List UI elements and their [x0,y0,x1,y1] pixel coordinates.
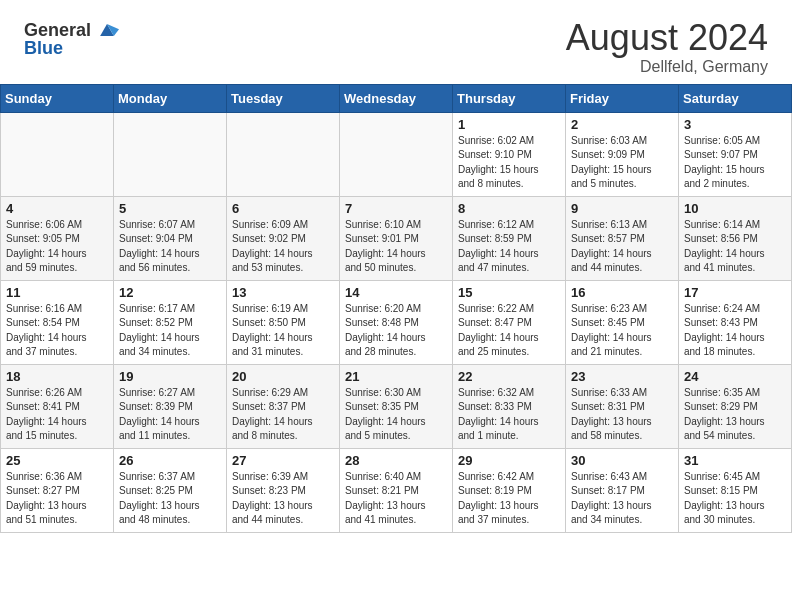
day-info: Sunrise: 6:32 AM Sunset: 8:33 PM Dayligh… [458,386,560,444]
day-info: Sunrise: 6:26 AM Sunset: 8:41 PM Dayligh… [6,386,108,444]
day-number: 9 [571,201,673,216]
calendar-cell: 9Sunrise: 6:13 AM Sunset: 8:57 PM Daylig… [566,196,679,280]
day-number: 16 [571,285,673,300]
calendar-cell: 27Sunrise: 6:39 AM Sunset: 8:23 PM Dayli… [227,448,340,532]
title-block: August 2024 Dellfeld, Germany [566,18,768,76]
day-number: 31 [684,453,786,468]
calendar-cell: 28Sunrise: 6:40 AM Sunset: 8:21 PM Dayli… [340,448,453,532]
calendar-cell: 13Sunrise: 6:19 AM Sunset: 8:50 PM Dayli… [227,280,340,364]
day-number: 5 [119,201,221,216]
day-number: 11 [6,285,108,300]
col-sunday: Sunday [1,84,114,112]
calendar-week-5: 25Sunrise: 6:36 AM Sunset: 8:27 PM Dayli… [1,448,792,532]
day-number: 14 [345,285,447,300]
day-number: 21 [345,369,447,384]
col-tuesday: Tuesday [227,84,340,112]
day-info: Sunrise: 6:03 AM Sunset: 9:09 PM Dayligh… [571,134,673,192]
day-info: Sunrise: 6:20 AM Sunset: 8:48 PM Dayligh… [345,302,447,360]
day-info: Sunrise: 6:36 AM Sunset: 8:27 PM Dayligh… [6,470,108,528]
calendar-cell: 23Sunrise: 6:33 AM Sunset: 8:31 PM Dayli… [566,364,679,448]
day-info: Sunrise: 6:35 AM Sunset: 8:29 PM Dayligh… [684,386,786,444]
calendar-cell [340,112,453,196]
day-info: Sunrise: 6:09 AM Sunset: 9:02 PM Dayligh… [232,218,334,276]
calendar-cell: 2Sunrise: 6:03 AM Sunset: 9:09 PM Daylig… [566,112,679,196]
calendar-cell: 5Sunrise: 6:07 AM Sunset: 9:04 PM Daylig… [114,196,227,280]
col-friday: Friday [566,84,679,112]
calendar-cell: 25Sunrise: 6:36 AM Sunset: 8:27 PM Dayli… [1,448,114,532]
calendar-cell: 17Sunrise: 6:24 AM Sunset: 8:43 PM Dayli… [679,280,792,364]
day-number: 24 [684,369,786,384]
location: Dellfeld, Germany [566,58,768,76]
day-number: 7 [345,201,447,216]
day-number: 1 [458,117,560,132]
day-info: Sunrise: 6:22 AM Sunset: 8:47 PM Dayligh… [458,302,560,360]
day-info: Sunrise: 6:10 AM Sunset: 9:01 PM Dayligh… [345,218,447,276]
calendar-week-1: 1Sunrise: 6:02 AM Sunset: 9:10 PM Daylig… [1,112,792,196]
page-header: General Blue August 2024 Dellfeld, Germa… [0,0,792,84]
day-number: 3 [684,117,786,132]
day-number: 28 [345,453,447,468]
calendar-cell: 11Sunrise: 6:16 AM Sunset: 8:54 PM Dayli… [1,280,114,364]
calendar-cell: 22Sunrise: 6:32 AM Sunset: 8:33 PM Dayli… [453,364,566,448]
day-info: Sunrise: 6:40 AM Sunset: 8:21 PM Dayligh… [345,470,447,528]
col-monday: Monday [114,84,227,112]
day-number: 2 [571,117,673,132]
day-info: Sunrise: 6:45 AM Sunset: 8:15 PM Dayligh… [684,470,786,528]
calendar-cell: 20Sunrise: 6:29 AM Sunset: 8:37 PM Dayli… [227,364,340,448]
day-info: Sunrise: 6:12 AM Sunset: 8:59 PM Dayligh… [458,218,560,276]
calendar-cell: 31Sunrise: 6:45 AM Sunset: 8:15 PM Dayli… [679,448,792,532]
day-number: 20 [232,369,334,384]
day-number: 25 [6,453,108,468]
calendar-cell: 24Sunrise: 6:35 AM Sunset: 8:29 PM Dayli… [679,364,792,448]
calendar-cell [114,112,227,196]
calendar-cell: 16Sunrise: 6:23 AM Sunset: 8:45 PM Dayli… [566,280,679,364]
day-number: 27 [232,453,334,468]
day-number: 29 [458,453,560,468]
day-number: 23 [571,369,673,384]
logo-blue: Blue [24,38,63,59]
day-info: Sunrise: 6:29 AM Sunset: 8:37 PM Dayligh… [232,386,334,444]
day-info: Sunrise: 6:05 AM Sunset: 9:07 PM Dayligh… [684,134,786,192]
col-thursday: Thursday [453,84,566,112]
day-number: 4 [6,201,108,216]
calendar-week-3: 11Sunrise: 6:16 AM Sunset: 8:54 PM Dayli… [1,280,792,364]
calendar-table: Sunday Monday Tuesday Wednesday Thursday… [0,84,792,533]
calendar-header-row: Sunday Monday Tuesday Wednesday Thursday… [1,84,792,112]
day-number: 17 [684,285,786,300]
calendar-cell: 21Sunrise: 6:30 AM Sunset: 8:35 PM Dayli… [340,364,453,448]
logo-icon [95,18,119,42]
day-info: Sunrise: 6:37 AM Sunset: 8:25 PM Dayligh… [119,470,221,528]
day-number: 12 [119,285,221,300]
day-info: Sunrise: 6:39 AM Sunset: 8:23 PM Dayligh… [232,470,334,528]
day-info: Sunrise: 6:23 AM Sunset: 8:45 PM Dayligh… [571,302,673,360]
day-info: Sunrise: 6:07 AM Sunset: 9:04 PM Dayligh… [119,218,221,276]
calendar-cell: 15Sunrise: 6:22 AM Sunset: 8:47 PM Dayli… [453,280,566,364]
day-info: Sunrise: 6:43 AM Sunset: 8:17 PM Dayligh… [571,470,673,528]
day-info: Sunrise: 6:30 AM Sunset: 8:35 PM Dayligh… [345,386,447,444]
day-info: Sunrise: 6:13 AM Sunset: 8:57 PM Dayligh… [571,218,673,276]
day-number: 8 [458,201,560,216]
calendar-cell: 8Sunrise: 6:12 AM Sunset: 8:59 PM Daylig… [453,196,566,280]
calendar-cell: 7Sunrise: 6:10 AM Sunset: 9:01 PM Daylig… [340,196,453,280]
day-number: 30 [571,453,673,468]
col-wednesday: Wednesday [340,84,453,112]
calendar-week-2: 4Sunrise: 6:06 AM Sunset: 9:05 PM Daylig… [1,196,792,280]
day-info: Sunrise: 6:24 AM Sunset: 8:43 PM Dayligh… [684,302,786,360]
day-info: Sunrise: 6:02 AM Sunset: 9:10 PM Dayligh… [458,134,560,192]
day-number: 15 [458,285,560,300]
day-number: 19 [119,369,221,384]
calendar-cell: 30Sunrise: 6:43 AM Sunset: 8:17 PM Dayli… [566,448,679,532]
calendar-cell: 26Sunrise: 6:37 AM Sunset: 8:25 PM Dayli… [114,448,227,532]
logo: General Blue [24,18,119,59]
month-year: August 2024 [566,18,768,58]
col-saturday: Saturday [679,84,792,112]
day-info: Sunrise: 6:19 AM Sunset: 8:50 PM Dayligh… [232,302,334,360]
calendar-cell [1,112,114,196]
day-number: 18 [6,369,108,384]
day-info: Sunrise: 6:17 AM Sunset: 8:52 PM Dayligh… [119,302,221,360]
day-number: 26 [119,453,221,468]
calendar-cell: 12Sunrise: 6:17 AM Sunset: 8:52 PM Dayli… [114,280,227,364]
day-info: Sunrise: 6:14 AM Sunset: 8:56 PM Dayligh… [684,218,786,276]
calendar-cell: 10Sunrise: 6:14 AM Sunset: 8:56 PM Dayli… [679,196,792,280]
day-info: Sunrise: 6:06 AM Sunset: 9:05 PM Dayligh… [6,218,108,276]
